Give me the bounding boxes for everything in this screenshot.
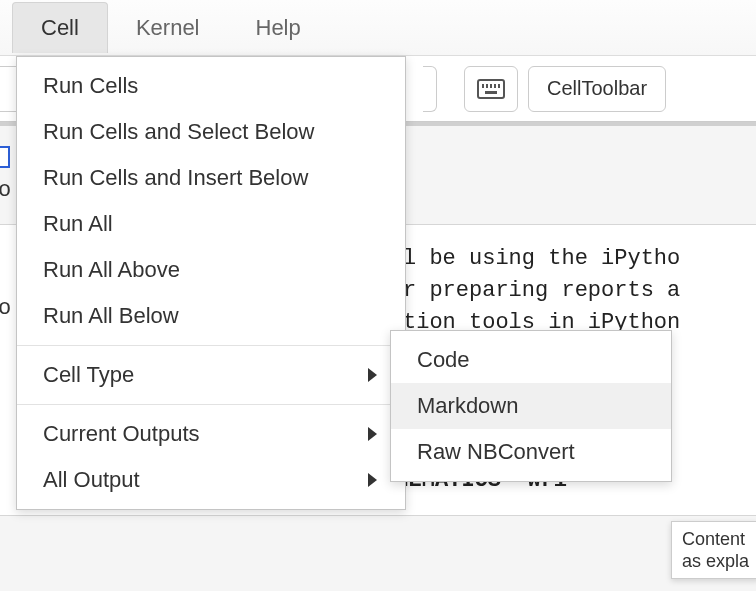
bracket-stub: [423, 66, 437, 112]
menu-run-select-below[interactable]: Run Cells and Select Below: [17, 109, 405, 155]
menu-run-all-above-label: Run All Above: [43, 257, 180, 283]
menu-run-all-below-label: Run All Below: [43, 303, 179, 329]
menu-run-all[interactable]: Run All: [17, 201, 405, 247]
keyboard-shortcuts-button[interactable]: [464, 66, 518, 112]
dropdown-divider-1: [17, 345, 405, 346]
menu-kernel[interactable]: Kernel: [108, 3, 228, 53]
tooltip: Content as expla: [671, 521, 756, 579]
chevron-right-icon: [368, 427, 377, 441]
menu-cell-type-label: Cell Type: [43, 362, 134, 388]
submenu-raw[interactable]: Raw NBConvert: [391, 429, 671, 475]
cell-line-2: r preparing reports a: [403, 275, 756, 307]
cell-prompt-o-2: o: [0, 296, 11, 321]
menu-run-all-below[interactable]: Run All Below: [17, 293, 405, 339]
menu-help[interactable]: Help: [228, 3, 329, 53]
chevron-right-icon: [368, 473, 377, 487]
menu-run-insert-below[interactable]: Run Cells and Insert Below: [17, 155, 405, 201]
dropdown-divider-2: [17, 404, 405, 405]
menu-all-output-label: All Output: [43, 467, 140, 493]
menu-run-select-below-label: Run Cells and Select Below: [43, 119, 314, 145]
menu-run-insert-below-label: Run Cells and Insert Below: [43, 165, 308, 191]
menu-run-all-above[interactable]: Run All Above: [17, 247, 405, 293]
submenu-markdown[interactable]: Markdown: [391, 383, 671, 429]
submenu-code[interactable]: Code: [391, 337, 671, 383]
menu-run-all-label: Run All: [43, 211, 113, 237]
cell-line-1: l be using the iPytho: [403, 243, 756, 275]
menu-current-outputs[interactable]: Current Outputs: [17, 411, 405, 457]
cell-prompt-o: o: [0, 178, 11, 203]
tooltip-line-2: as expla: [682, 550, 749, 572]
tooltip-line-1: Content: [682, 528, 749, 550]
celltoolbar-button[interactable]: CellToolbar: [528, 66, 666, 112]
menu-run-cells[interactable]: Run Cells: [17, 63, 405, 109]
menu-all-output[interactable]: All Output: [17, 457, 405, 503]
menubar: Cell Kernel Help: [0, 0, 756, 56]
menu-cell[interactable]: Cell: [12, 2, 108, 53]
menu-run-cells-label: Run Cells: [43, 73, 138, 99]
cell-type-submenu: Code Markdown Raw NBConvert: [390, 330, 672, 482]
menu-current-outputs-label: Current Outputs: [43, 421, 200, 447]
cell-dropdown: Run Cells Run Cells and Select Below Run…: [16, 56, 406, 510]
menu-cell-type[interactable]: Cell Type: [17, 352, 405, 398]
cell-prompt-selected: [0, 146, 10, 168]
chevron-right-icon: [368, 368, 377, 382]
keyboard-icon: [477, 79, 505, 99]
